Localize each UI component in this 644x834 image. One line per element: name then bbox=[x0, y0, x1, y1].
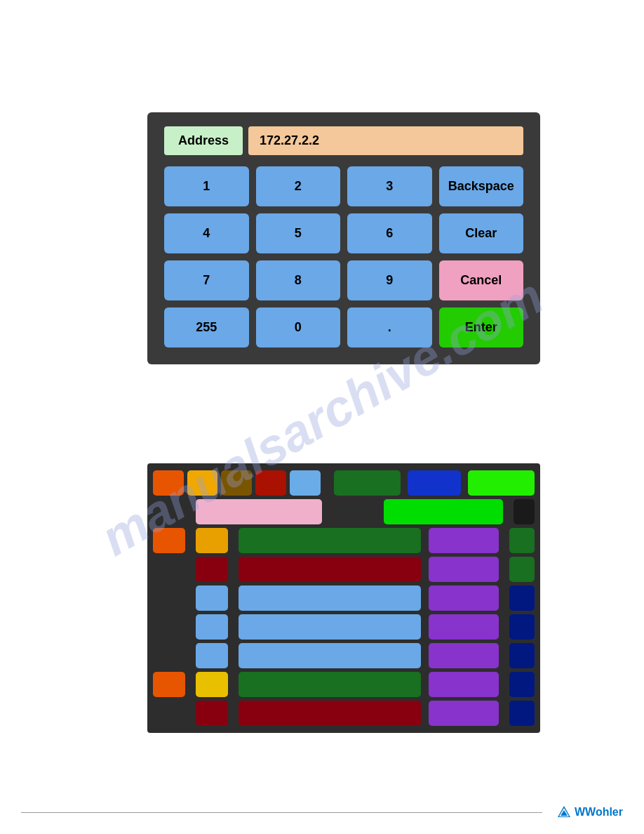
channel-row-8 bbox=[153, 672, 535, 697]
ch-btn-black-sm[interactable] bbox=[514, 499, 535, 524]
ch-btn-orange8[interactable] bbox=[153, 672, 185, 697]
key-1[interactable]: 1 bbox=[164, 166, 249, 206]
key-9[interactable]: 9 bbox=[347, 260, 432, 300]
key-backspace[interactable]: Backspace bbox=[439, 166, 524, 206]
channel-row-5 bbox=[153, 585, 535, 611]
key-clear[interactable]: Clear bbox=[439, 213, 524, 253]
channel-row-9 bbox=[153, 701, 535, 726]
ch-btn-navy8[interactable] bbox=[509, 672, 535, 697]
ch-btn-green-long8[interactable] bbox=[239, 672, 421, 697]
ch-btn-blue-long7[interactable] bbox=[239, 643, 421, 668]
channel-grid bbox=[153, 470, 535, 726]
key-2[interactable]: 2 bbox=[256, 166, 341, 206]
ch-btn-purple6[interactable] bbox=[429, 672, 499, 697]
ch-btn-dark-blue6[interactable] bbox=[509, 614, 535, 640]
ch-btn-darkred[interactable] bbox=[255, 470, 286, 496]
key-6[interactable]: 6 bbox=[347, 213, 432, 253]
ch-btn-green-sm2[interactable] bbox=[509, 557, 535, 582]
key-255[interactable]: 255 bbox=[164, 307, 249, 348]
key-3[interactable]: 3 bbox=[347, 166, 432, 206]
key-8[interactable]: 8 bbox=[256, 260, 341, 300]
ch-btn-purple3[interactable] bbox=[429, 585, 499, 611]
ch-btn-blue-long6[interactable] bbox=[239, 614, 421, 640]
ch-btn-orange[interactable] bbox=[153, 470, 184, 496]
channel-row-2 bbox=[153, 499, 535, 524]
key-enter[interactable]: Enter bbox=[439, 307, 524, 348]
ch-btn-darkred-long[interactable] bbox=[239, 557, 421, 582]
ch-btn-purple2[interactable] bbox=[429, 557, 499, 582]
ch-btn-dark-blue5[interactable] bbox=[509, 585, 535, 611]
ch-btn-green-long[interactable] bbox=[239, 528, 421, 553]
channel-row-6 bbox=[153, 614, 535, 640]
ch-btn-darkred2[interactable] bbox=[196, 557, 228, 582]
ch-btn-blue-long5[interactable] bbox=[239, 585, 421, 611]
ch-btn-navy[interactable] bbox=[408, 470, 461, 496]
ch-btn-orange2[interactable] bbox=[153, 528, 185, 553]
channel-row-3 bbox=[153, 528, 535, 553]
key-cancel[interactable]: Cancel bbox=[439, 260, 524, 300]
channel-row-1 bbox=[153, 470, 535, 496]
ch-btn-purple7[interactable] bbox=[429, 701, 499, 726]
footer: WWohler bbox=[0, 805, 644, 820]
ch-btn-pink[interactable] bbox=[196, 499, 322, 524]
address-value: 172.27.2.2 bbox=[248, 126, 523, 155]
key-5[interactable]: 5 bbox=[256, 213, 341, 253]
ch-btn-blue5[interactable] bbox=[196, 585, 228, 611]
ch-btn-green-med[interactable] bbox=[334, 470, 401, 496]
ch-btn-purple4[interactable] bbox=[429, 614, 499, 640]
ch-btn-brightgreen[interactable] bbox=[468, 470, 535, 496]
ch-btn-blue7[interactable] bbox=[196, 643, 228, 668]
ch-btn-blue6[interactable] bbox=[196, 614, 228, 640]
key-dot[interactable]: . bbox=[347, 307, 432, 348]
ch-btn-amber[interactable] bbox=[196, 528, 228, 553]
ch-btn-purple5[interactable] bbox=[429, 643, 499, 668]
ch-btn-yellow[interactable] bbox=[187, 470, 218, 496]
ch-btn-darkred9[interactable] bbox=[196, 701, 228, 726]
logo-text: WWohler bbox=[575, 806, 623, 819]
key-0[interactable]: 0 bbox=[256, 307, 341, 348]
footer-divider bbox=[21, 812, 542, 813]
key-7[interactable]: 7 bbox=[164, 260, 249, 300]
channel-panel bbox=[147, 463, 540, 733]
ch-btn-darkred-long9[interactable] bbox=[239, 701, 421, 726]
wohler-icon bbox=[556, 805, 572, 820]
ch-btn-blue-sm[interactable] bbox=[290, 470, 321, 496]
ch-btn-navy9[interactable] bbox=[509, 701, 535, 726]
numpad-panel: Address 172.27.2.2 1 2 3 Backspace 4 5 6… bbox=[147, 112, 540, 364]
channel-row-7 bbox=[153, 643, 535, 668]
address-label: Address bbox=[164, 126, 243, 155]
ch-btn-purple[interactable] bbox=[429, 528, 499, 553]
ch-btn-yellow8[interactable] bbox=[196, 672, 228, 697]
ch-btn-dark-blue7[interactable] bbox=[509, 643, 535, 668]
channel-row-4 bbox=[153, 557, 535, 582]
ch-btn-green-lg[interactable] bbox=[384, 499, 503, 524]
ch-btn-brown[interactable] bbox=[221, 470, 252, 496]
ch-btn-green-sm[interactable] bbox=[509, 528, 535, 553]
numpad-grid: 1 2 3 Backspace 4 5 6 Clear 7 8 9 Cancel… bbox=[164, 166, 523, 348]
footer-logo: WWohler bbox=[556, 805, 623, 820]
key-4[interactable]: 4 bbox=[164, 213, 249, 253]
address-row: Address 172.27.2.2 bbox=[164, 126, 523, 155]
